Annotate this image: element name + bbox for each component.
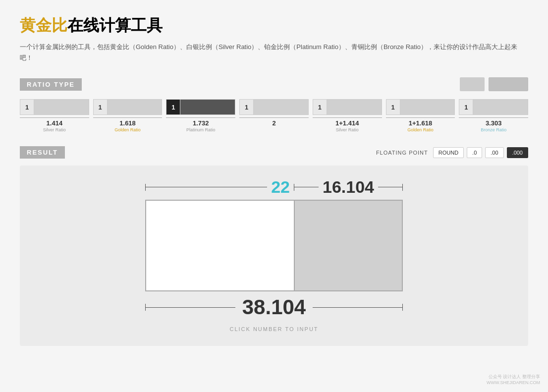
page-title: 黄金比在线计算工具	[20, 15, 528, 37]
ratio-type-label: RATIO TYPE	[20, 78, 82, 91]
ratio-name-6: Bronze Ratio	[481, 127, 506, 132]
fp-label: FLOATING POINT	[376, 150, 428, 156]
result-header-row: RESULT FLOATING POINT ROUND .0 .00 .000	[20, 146, 528, 159]
ratio-value-0: 1.414	[47, 119, 63, 127]
title-rest: 在线计算工具	[67, 16, 163, 34]
watermark: 公众号 设计达人 整理分享 WWW.SHEJIDAREN.COM	[487, 374, 540, 385]
ratio-name-0: Silver Ratio	[43, 127, 66, 132]
left-measure: 22	[145, 177, 294, 197]
total-measure-value[interactable]: 38.104	[235, 295, 313, 319]
fp-btn-2[interactable]: .00	[485, 147, 503, 158]
ratio-card-6[interactable]: 13.303Bronze Ratio	[459, 99, 528, 132]
click-hint: CLICK NUMBER TO INPUT	[229, 326, 318, 332]
title-highlight: 黄金比	[20, 16, 67, 34]
top-btn-1[interactable]	[460, 77, 485, 91]
ratio-value-5: 1+1.618	[409, 119, 432, 127]
ratio-bar-5: 1	[386, 99, 455, 115]
ratio-bar-3: 1	[239, 99, 309, 115]
ratio-cards-container: 11.414Silver Ratio11.618Golden Ratio11.7…	[20, 99, 528, 132]
ratio-card-0[interactable]: 11.414Silver Ratio	[20, 99, 89, 132]
fp-btn-round[interactable]: ROUND	[433, 147, 464, 158]
ratio-bar-0: 1	[20, 99, 89, 115]
ratio-value-4: 1+1.414	[335, 119, 359, 127]
rect-left	[146, 201, 294, 290]
ratio-bar-6: 1	[459, 99, 528, 115]
right-measure: 16.104	[294, 177, 403, 197]
rect-container	[145, 200, 403, 291]
watermark-line2: WWW.SHEJIDAREN.COM	[487, 380, 540, 385]
result-label: RESULT	[20, 146, 65, 159]
right-measure-value[interactable]: 16.104	[319, 177, 378, 197]
ratio-name-2: Platinum Ratio	[186, 127, 216, 132]
ratio-name-4: Silver Ratio	[336, 127, 359, 132]
rect-right	[295, 201, 402, 290]
ratio-bar-1: 1	[93, 99, 163, 115]
ratio-bar-4: 1	[313, 99, 382, 115]
ratio-value-3: 2	[272, 119, 275, 127]
ratio-bar-2: 1	[166, 99, 235, 115]
ratio-card-5[interactable]: 11+1.618Golden Ratio	[386, 99, 455, 132]
ratio-name-5: Golden Ratio	[407, 127, 434, 132]
floating-point-controls: FLOATING POINT ROUND .0 .00 .000	[376, 147, 528, 158]
ratio-card-1[interactable]: 11.618Golden Ratio	[93, 99, 163, 132]
bottom-measure: 38.104	[145, 295, 403, 319]
fp-btn-3[interactable]: .000	[507, 147, 528, 158]
ratio-value-2: 1.732	[193, 119, 209, 127]
fp-btn-1[interactable]: .0	[467, 147, 482, 158]
ratio-card-4[interactable]: 11+1.414Silver Ratio	[313, 99, 382, 132]
ratio-card-3[interactable]: 12	[239, 99, 309, 132]
left-measure-value[interactable]: 22	[267, 177, 294, 197]
ratio-card-2[interactable]: 11.732Platinum Ratio	[166, 99, 235, 132]
ratio-type-header-row: RATIO TYPE	[20, 77, 528, 91]
ratio-value-1: 1.618	[119, 119, 136, 127]
result-section: RESULT FLOATING POINT ROUND .0 .00 .000 …	[20, 146, 528, 346]
top-measure: 22 16.104	[145, 177, 403, 197]
ratio-value-6: 3.303	[486, 119, 502, 127]
watermark-line1: 公众号 设计达人 整理分享	[487, 374, 540, 380]
page-container: 黄金比在线计算工具 一个计算金属比例的工具，包括黄金比（Golden Ratio…	[20, 15, 528, 346]
ratio-name-1: Golden Ratio	[114, 127, 141, 132]
ratio-type-section: RATIO TYPE 11.414Silver Ratio11.618Golde…	[20, 77, 528, 132]
page-subtitle: 一个计算金属比例的工具，包括黄金比（Golden Ratio）、白银比例（Sil…	[20, 42, 528, 63]
viz-area: 22 16.104	[20, 166, 528, 346]
top-btn-2[interactable]	[489, 77, 528, 91]
top-buttons	[460, 77, 528, 91]
